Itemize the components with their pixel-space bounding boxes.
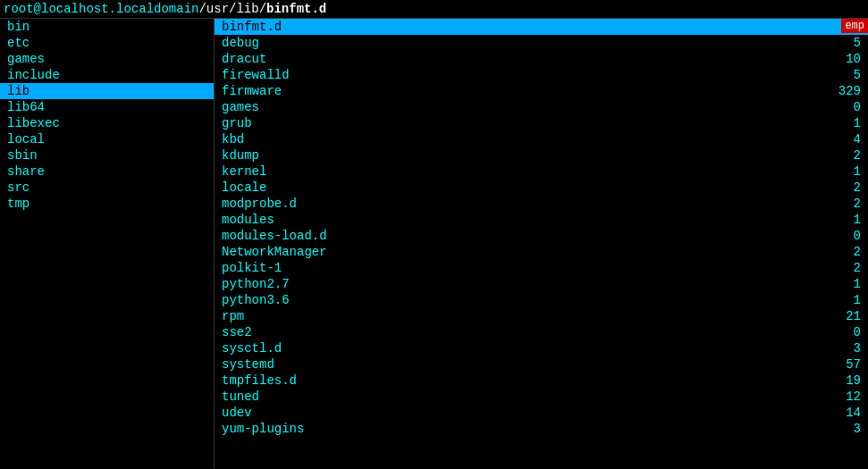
right-item-name: udev (222, 406, 825, 420)
right-item-locale[interactable]: locale2 (215, 180, 868, 196)
right-item-name: sysctl.d (222, 341, 825, 356)
right-item-sse2[interactable]: sse20 (215, 324, 868, 340)
right-item-udev[interactable]: udev14 (215, 405, 868, 421)
right-item-count: 0 (825, 229, 861, 243)
right-item-count: 2 (825, 245, 861, 259)
right-item-tmpfiles.d[interactable]: tmpfiles.d19 (215, 373, 868, 389)
left-item-src[interactable]: src (0, 180, 214, 196)
right-item-python2.7[interactable]: python2.71 (215, 276, 868, 292)
right-item-games[interactable]: games0 (215, 99, 868, 115)
right-item-yum-plugins[interactable]: yum-plugins3 (215, 421, 868, 437)
left-item-etc[interactable]: etc (0, 35, 214, 51)
left-item-lib[interactable]: lib (0, 83, 214, 99)
right-item-name: systemd (222, 357, 825, 372)
right-item-name: games (222, 100, 825, 114)
right-item-modules-load.d[interactable]: modules-load.d0 (215, 228, 868, 244)
header-host: root@localhost.localdomain (4, 2, 198, 16)
left-panel: binetcgamesincludeliblib64libexeclocalsb… (0, 19, 215, 468)
right-item-kdump[interactable]: kdump2 (215, 147, 868, 163)
right-item-grub[interactable]: grub1 (215, 115, 868, 131)
right-item-count: 1 (825, 116, 861, 130)
right-item-count: 0 (825, 325, 861, 339)
right-item-count: 329 (825, 84, 861, 98)
right-item-count: 2 (825, 180, 861, 195)
right-item-dracut[interactable]: dracut10 (215, 51, 868, 67)
right-item-name: polkit-1 (222, 261, 825, 275)
empty-badge: emp (841, 19, 868, 33)
right-item-name: yum-plugins (222, 422, 825, 436)
left-item-libexec[interactable]: libexec (0, 115, 214, 131)
right-item-name: debug (222, 36, 825, 50)
right-item-name: modprobe.d (222, 197, 825, 211)
right-item-count: 2 (825, 197, 861, 211)
right-item-systemd[interactable]: systemd57 (215, 356, 868, 373)
left-item-sbin[interactable]: sbin (0, 147, 214, 163)
right-item-count: 57 (825, 357, 861, 372)
right-item-count: 12 (825, 389, 861, 404)
right-item-rpm[interactable]: rpm21 (215, 308, 868, 324)
right-item-name: kdump (222, 148, 825, 163)
right-item-name: tmpfiles.d (222, 373, 825, 388)
right-item-sysctl.d[interactable]: sysctl.d3 (215, 340, 868, 356)
right-item-name: NetworkManager (222, 245, 825, 259)
right-item-NetworkManager[interactable]: NetworkManager2 (215, 244, 868, 260)
right-item-count: 2 (825, 261, 861, 275)
right-panel: emp binfmt.d0debug5dracut10firewalld5fir… (215, 19, 868, 468)
right-item-python3.6[interactable]: python3.61 (215, 292, 868, 308)
right-item-count: 1 (825, 213, 861, 227)
header-path: /usr/lib/ (198, 2, 266, 16)
right-item-name: kernel (222, 164, 825, 179)
right-item-count: 19 (825, 373, 861, 388)
right-item-count: 1 (825, 293, 861, 307)
right-item-modules[interactable]: modules1 (215, 212, 868, 228)
left-item-local[interactable]: local (0, 131, 214, 147)
right-item-name: kbd (222, 132, 825, 147)
right-item-name: python2.7 (222, 277, 825, 291)
left-item-tmp[interactable]: tmp (0, 196, 214, 212)
right-item-count: 10 (825, 52, 861, 66)
right-item-name: tuned (222, 389, 825, 404)
right-item-firewalld[interactable]: firewalld5 (215, 67, 868, 83)
right-item-modprobe.d[interactable]: modprobe.d2 (215, 196, 868, 212)
right-item-count: 21 (825, 309, 861, 323)
right-item-count: 3 (825, 422, 861, 436)
header-path-bold: binfmt.d (266, 2, 326, 16)
right-item-count: 4 (825, 132, 861, 147)
right-item-name: modules (222, 213, 825, 227)
right-item-name: locale (222, 180, 825, 195)
right-item-count: 1 (825, 164, 861, 179)
left-item-bin[interactable]: bin (0, 19, 214, 35)
right-item-count: 1 (825, 277, 861, 291)
left-item-lib64[interactable]: lib64 (0, 99, 214, 115)
right-item-polkit-1[interactable]: polkit-12 (215, 260, 868, 276)
right-item-name: firmware (222, 84, 825, 98)
right-item-count: 5 (825, 68, 861, 82)
right-item-name: modules-load.d (222, 229, 825, 243)
right-item-kbd[interactable]: kbd4 (215, 131, 868, 147)
right-item-name: sse2 (222, 325, 825, 339)
left-item-games[interactable]: games (0, 51, 214, 67)
right-item-debug[interactable]: debug5 (215, 35, 868, 51)
right-item-count: 0 (825, 100, 861, 114)
right-item-count: 5 (825, 36, 861, 50)
right-item-name: dracut (222, 52, 825, 66)
left-item-include[interactable]: include (0, 67, 214, 83)
right-item-name: python3.6 (222, 293, 825, 307)
right-item-name: binfmt.d (222, 20, 825, 34)
right-item-name: firewalld (222, 68, 825, 82)
right-item-count: 14 (825, 406, 861, 420)
right-item-count: 2 (825, 148, 861, 163)
right-item-count: 3 (825, 341, 861, 356)
right-item-kernel[interactable]: kernel1 (215, 163, 868, 180)
right-item-name: rpm (222, 309, 825, 323)
right-item-tuned[interactable]: tuned12 (215, 389, 868, 405)
right-item-name: grub (222, 116, 825, 130)
right-item-firmware[interactable]: firmware329 (215, 83, 868, 99)
left-item-share[interactable]: share (0, 163, 214, 180)
right-item-binfmt.d[interactable]: binfmt.d0 (215, 19, 868, 35)
